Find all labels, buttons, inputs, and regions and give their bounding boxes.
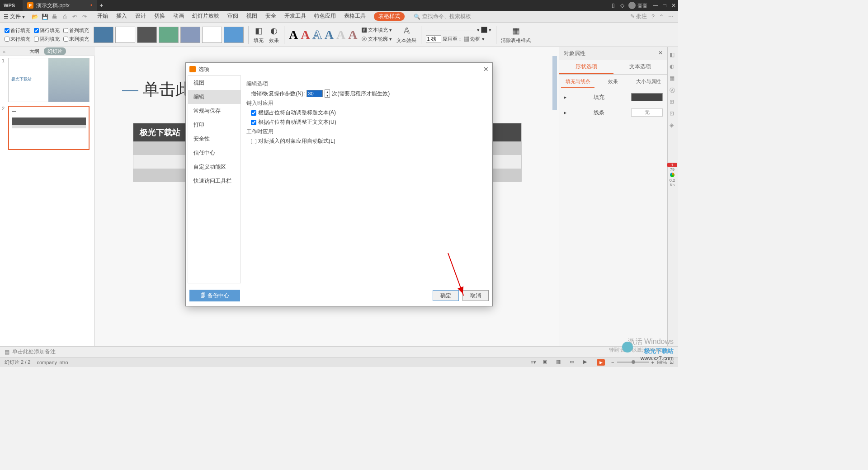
fill-section[interactable]: ▸ 填充 xyxy=(559,89,667,105)
clear-table-style-button[interactable]: ▦清除表格样式 xyxy=(501,25,531,44)
slide-thumb-1[interactable]: 1 极光下载站 xyxy=(2,58,93,102)
prop-tab-shape[interactable]: 形状选项 xyxy=(559,60,613,74)
slide-title-placeholder[interactable]: — 单击此 xyxy=(122,79,192,101)
line-weight-input[interactable] xyxy=(426,35,441,42)
outline-tab[interactable]: 大纲 xyxy=(29,48,39,55)
table-style-preset[interactable] xyxy=(159,27,179,43)
tab-animation[interactable]: 动画 xyxy=(173,12,184,21)
prop-subtab-effect[interactable]: 效果 xyxy=(596,76,630,88)
tab-tabletools[interactable]: 表格工具 xyxy=(344,12,366,21)
help-icon[interactable]: ? xyxy=(651,14,655,20)
text-fill-button[interactable]: 🅰 文本填充 ▾ xyxy=(362,27,392,33)
sorter-view-icon[interactable]: ▦ xyxy=(556,359,563,366)
line-style-select[interactable]: 无 xyxy=(631,108,663,117)
table-style-preset[interactable] xyxy=(224,27,244,43)
notes-toggle-icon[interactable]: ≡▾ xyxy=(531,359,536,365)
wordart-preset[interactable]: A xyxy=(336,28,345,42)
slide-thumb-2[interactable]: 2 xyxy=(2,106,93,150)
undo-steps-input[interactable] xyxy=(307,90,323,97)
more-icon[interactable]: ⋯ xyxy=(668,14,674,20)
play-button[interactable]: ▶ xyxy=(597,359,605,366)
undo-spinner[interactable]: ▲▼ xyxy=(325,89,330,98)
prop-subtab-size[interactable]: 大小与属性 xyxy=(632,76,665,88)
side-icon-5[interactable]: ⊞ xyxy=(670,99,677,106)
nav-general[interactable]: 常规与保存 xyxy=(188,104,241,118)
print-icon[interactable]: 🖶 xyxy=(51,13,58,20)
line-style-picker[interactable]: ▾ ▾ xyxy=(426,27,491,33)
annotate-button[interactable]: ✎ 批注 xyxy=(630,13,647,20)
side-icon-6[interactable]: ⊡ xyxy=(670,110,677,118)
slides-tab[interactable]: 幻灯片 xyxy=(44,47,66,55)
table-style-preset[interactable] xyxy=(115,27,135,43)
line-section[interactable]: ▸ 线条无 xyxy=(559,105,667,120)
skin-icon[interactable]: ◇ xyxy=(618,2,627,9)
chk-autofit-title[interactable]: 根据占位符自动调整标题文本(A) xyxy=(251,109,487,117)
side-icon-4[interactable]: Ⓐ xyxy=(670,87,677,94)
nav-customize[interactable]: 自定义功能区 xyxy=(188,160,241,174)
side-icon-2[interactable]: ◐ xyxy=(670,63,677,70)
ok-button[interactable]: 确定 xyxy=(433,290,459,301)
close-button[interactable]: ✕ xyxy=(669,2,678,9)
table-style-gallery[interactable] xyxy=(94,27,244,43)
border-button[interactable]: ▦ 边框 ▾ xyxy=(464,36,484,42)
dialog-close-icon[interactable]: ✕ xyxy=(483,66,489,73)
nav-qat[interactable]: 快速访问工具栏 xyxy=(188,174,241,188)
tab-view[interactable]: 视图 xyxy=(246,12,257,21)
tab-devtools[interactable]: 开发工具 xyxy=(284,12,306,21)
collapse-thumbs-icon[interactable]: « xyxy=(3,49,5,54)
side-icon-3[interactable]: ▦ xyxy=(670,75,677,82)
nav-trust[interactable]: 信任中心 xyxy=(188,146,241,160)
notes-bar[interactable]: ▤ 单击此处添加备注 xyxy=(0,346,678,357)
file-menu[interactable]: ☰ 文件 ▾ xyxy=(0,13,28,20)
vscrollbar[interactable] xyxy=(552,56,557,110)
open-icon[interactable]: 📂 xyxy=(31,13,38,20)
document-tab[interactable]: P 演示文稿.pptx • xyxy=(23,0,97,11)
maximize-button[interactable]: □ xyxy=(660,2,669,9)
side-icon-7[interactable]: ◈ xyxy=(670,122,677,129)
effect-button[interactable]: ◐效果 xyxy=(269,25,279,44)
save-icon[interactable]: 💾 xyxy=(41,13,48,20)
tab-security[interactable]: 安全 xyxy=(265,12,276,21)
redo-icon[interactable]: ↷ xyxy=(81,13,88,20)
close-pane-icon[interactable]: ✕ xyxy=(658,50,663,57)
tab-insert[interactable]: 插入 xyxy=(116,12,127,21)
chk-banded-col[interactable]: 隔列填充 xyxy=(34,36,60,42)
slideshow-view-icon[interactable]: ▶ xyxy=(583,359,590,366)
table-style-preset[interactable] xyxy=(137,27,157,43)
tab-review[interactable]: 审阅 xyxy=(227,12,238,21)
prop-subtab-fill[interactable]: 填充与线条 xyxy=(561,76,594,88)
normal-view-icon[interactable]: ▣ xyxy=(542,359,550,366)
fill-color-swatch[interactable] xyxy=(631,93,663,101)
wordart-preset[interactable]: A xyxy=(312,28,321,42)
wordart-preset[interactable]: A xyxy=(348,28,357,42)
minimize-button[interactable]: — xyxy=(651,2,660,9)
app-badge[interactable]: ▯ xyxy=(609,2,618,9)
user-avatar-icon[interactable] xyxy=(628,2,636,9)
nav-view[interactable]: 视图 xyxy=(188,76,241,90)
tab-special[interactable]: 特色应用 xyxy=(314,12,336,21)
chk-last-col[interactable]: 末列填充 xyxy=(63,36,89,42)
new-tab-button[interactable]: + xyxy=(97,2,106,9)
wordart-gallery[interactable]: A A A A A A xyxy=(289,28,357,42)
side-icon-1[interactable]: ◧ xyxy=(670,52,677,59)
chk-auto-layout[interactable]: 对新插入的对象应用自动版式(L) xyxy=(251,137,487,145)
text-effect-button[interactable]: 𝔸文本效果 xyxy=(396,25,416,44)
fill-button[interactable]: ◧填充 xyxy=(253,25,264,44)
wordart-preset[interactable]: A xyxy=(301,28,310,42)
nav-edit[interactable]: 编辑 xyxy=(188,90,241,104)
wordart-preset[interactable]: A xyxy=(289,28,298,42)
tab-tablestyle[interactable]: 表格样式 xyxy=(374,12,405,21)
collapse-ribbon-icon[interactable]: ⌃ xyxy=(659,14,664,20)
table-style-preset[interactable] xyxy=(202,27,222,43)
prop-tab-text[interactable]: 文本选项 xyxy=(613,60,668,74)
tab-transition[interactable]: 切换 xyxy=(154,12,165,21)
search-box[interactable]: 🔍 查找命令、搜索模板 xyxy=(414,13,471,20)
tab-slideshow[interactable]: 幻灯片放映 xyxy=(192,12,219,21)
chk-first-col[interactable]: 首列填充 xyxy=(63,27,89,34)
backup-center-button[interactable]: 🗐 备份中心 xyxy=(189,290,240,301)
print-preview-icon[interactable]: ⎙ xyxy=(61,13,68,20)
tab-home[interactable]: 开始 xyxy=(97,12,108,21)
zoom-out-icon[interactable]: − xyxy=(611,360,614,365)
tab-design[interactable]: 设计 xyxy=(135,12,146,21)
cancel-button[interactable]: 取消 xyxy=(462,290,489,301)
